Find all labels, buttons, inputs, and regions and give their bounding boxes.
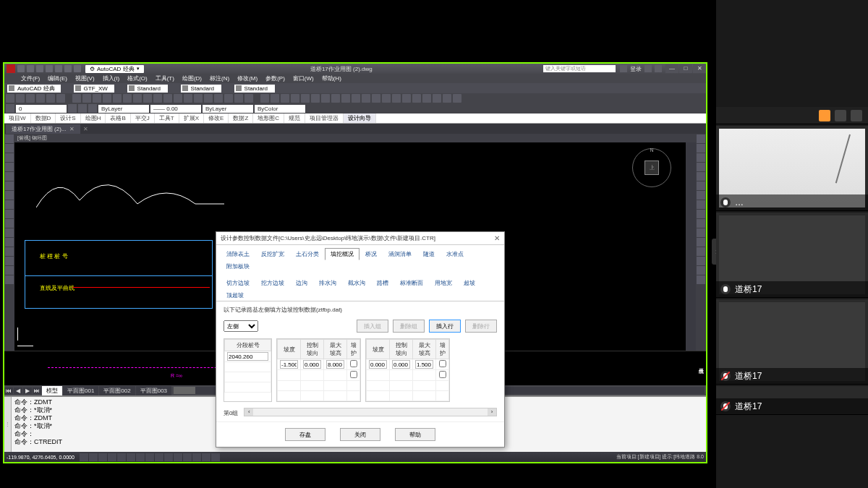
layerstate-icon[interactable] [68,104,77,113]
mic-muted-icon[interactable] [720,401,731,411]
col-header[interactable]: 墙护 [347,340,360,359]
ctrl-cell[interactable] [303,360,321,369]
draw-tool-icon[interactable] [5,134,14,143]
tb-icon[interactable] [72,94,81,103]
tb-icon[interactable] [153,94,162,103]
draw-tool-icon[interactable] [5,247,14,256]
tb-icon[interactable] [291,94,299,103]
save-button[interactable]: 存盘 [285,428,326,441]
tb-icon[interactable] [123,94,132,103]
mic-on-icon[interactable] [720,197,731,207]
nav-prev-icon[interactable]: ◀ [14,388,22,394]
tb-icon[interactable] [443,94,451,103]
polar-toggle-icon[interactable] [108,453,116,461]
maxh-cell[interactable] [326,360,344,369]
osnap-toggle-icon[interactable] [117,453,126,461]
tb-icon[interactable] [6,94,14,103]
close-button[interactable]: ✕ [693,64,706,73]
modify-tool-icon[interactable] [697,275,705,284]
workspace-selector[interactable]: ⚙ AutoCAD 经典 ▾ [85,65,144,73]
tb-icon[interactable] [331,94,340,103]
insert-row-button[interactable]: 插入行 [429,320,461,333]
ptab[interactable]: 地形图C [253,114,284,123]
draw-tool-icon[interactable] [5,200,14,209]
dtab[interactable]: 路槽 [371,277,394,289]
layout-tab[interactable]: 平面图003 [136,386,171,395]
delete-group-button[interactable]: 删除组 [393,320,425,333]
draw-tool-icon[interactable] [5,144,14,153]
grid-toggle-icon[interactable] [89,453,98,461]
qat-plot-icon[interactable] [55,65,62,72]
menu-format[interactable]: 格式(O) [124,74,151,83]
menu-help[interactable]: 帮助(H) [318,74,345,83]
mic-muted-icon[interactable] [851,110,862,121]
draw-tool-icon[interactable] [5,210,14,218]
tb-icon[interactable] [453,94,461,103]
menu-draw[interactable]: 绘图(D) [179,74,205,83]
model-toggle-icon[interactable] [174,453,182,461]
tb-icon[interactable] [46,94,55,103]
group-scrollbar[interactable]: ‹ › [244,408,497,416]
layerprops-icon[interactable] [6,104,14,113]
help-button[interactable]: 帮助 [395,428,435,441]
nav-first-icon[interactable]: ⏮ [4,388,13,394]
tb-icon[interactable] [36,94,45,103]
tb-icon[interactable] [234,94,243,103]
menu-window[interactable]: 窗口(W) [289,74,318,83]
tb-icon[interactable] [392,94,401,103]
insert-group-button[interactable]: 插入组 [357,320,388,333]
tb-icon[interactable] [133,94,142,103]
tb-icon[interactable] [184,94,192,103]
tb-icon[interactable] [244,94,253,103]
add-tab-icon[interactable]: ✕ [83,126,88,132]
modify-tool-icon[interactable] [697,257,705,265]
col-header[interactable]: 坡度 [367,340,390,359]
draw-tool-icon[interactable] [5,181,14,190]
help-icon[interactable] [655,65,662,72]
draw-tool-icon[interactable] [5,228,14,237]
tb-icon[interactable] [174,94,182,103]
tb-icon[interactable] [16,94,25,103]
qat-open-icon[interactable] [27,65,34,72]
draw-tool-icon[interactable] [5,219,14,228]
dyn-toggle-icon[interactable] [145,453,154,461]
linetype-combo[interactable]: —— 0.00 [150,105,201,113]
viewport-label[interactable]: [俯视] 钢坯图 [14,134,696,142]
tb-icon[interactable] [301,94,310,103]
color-combo[interactable]: ByLayer [98,105,149,113]
plotstyle-combo[interactable]: ByColor [255,105,305,113]
participant-tile[interactable]: 道桥17 [716,386,868,415]
ortho-toggle-icon[interactable] [98,453,107,461]
tb-icon[interactable] [352,94,360,103]
signin-icon[interactable] [620,65,627,72]
layer-icon[interactable] [88,104,97,113]
anno-icon[interactable] [211,453,220,461]
tb-icon[interactable] [402,94,411,103]
cmd-handle-icon[interactable]: ⋮ [4,397,12,452]
dtab[interactable]: 顶超坡 [221,289,250,301]
ptab[interactable]: 项目管理器 [305,114,344,123]
menu-dim[interactable]: 标注(N) [206,74,233,83]
tb-icon[interactable] [412,94,421,103]
draw-tool-icon[interactable] [5,153,14,162]
layer-icon[interactable] [78,104,87,113]
modify-tool-icon[interactable] [697,238,705,247]
col-header[interactable]: 控制坡向 [301,340,324,359]
slope-cell[interactable] [280,360,298,369]
tb-icon[interactable] [372,94,380,103]
ptab[interactable]: 表格B [106,114,130,123]
draw-tool-icon[interactable] [5,172,14,181]
qat-saveas-icon[interactable] [46,65,53,72]
lwt-toggle-icon[interactable] [155,453,163,461]
modify-tool-icon[interactable] [697,153,705,162]
viewcube[interactable]: N 上 [632,148,671,187]
dtab[interactable]: 用地宽 [429,277,458,289]
ws-combo[interactable]: AutoCAD 经典 [7,85,61,93]
qat-undo-icon[interactable] [64,65,72,72]
tb-icon[interactable] [82,94,91,103]
tb-icon[interactable] [422,94,431,103]
layout-tab[interactable]: 平面图001 [63,386,98,395]
tb-icon[interactable] [362,94,370,103]
help-search-input[interactable]: 键入关键字或短语 [543,65,616,72]
tb-icon[interactable] [204,94,213,103]
